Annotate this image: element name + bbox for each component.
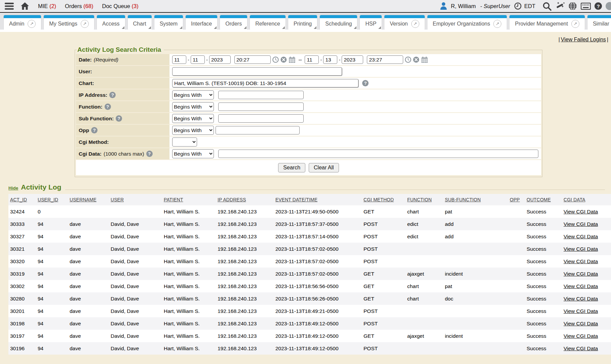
view-cgi-data-link[interactable]: View CGI Data xyxy=(564,308,598,314)
view-cgi-data-link[interactable]: View CGI Data xyxy=(564,209,598,214)
column-sort-link-act-id[interactable]: ACT_ID xyxy=(10,197,27,202)
tab-system[interactable]: System xyxy=(154,15,183,30)
date-to-year-input[interactable] xyxy=(342,55,363,64)
time-picker-icon[interactable] xyxy=(272,56,279,63)
globe-icon[interactable] xyxy=(568,2,577,10)
view-cgi-data-link[interactable]: View CGI Data xyxy=(564,321,598,326)
column-sort-link-patient[interactable]: PATIENT xyxy=(164,197,183,202)
column-sort-link-function[interactable]: FUNCTION xyxy=(407,197,432,202)
user-input[interactable] xyxy=(172,67,342,76)
tab-printing[interactable]: Printing xyxy=(288,15,317,30)
tab-orders[interactable]: Orders xyxy=(220,15,247,30)
tab-hsp[interactable]: HSP xyxy=(359,15,382,30)
table-cell-sub-function xyxy=(443,305,508,317)
cgi-method-select[interactable] xyxy=(172,137,197,147)
opp-help-icon[interactable]: ? xyxy=(91,127,98,133)
help-icon[interactable]: ? xyxy=(595,2,602,10)
column-sort-link-user[interactable]: USER xyxy=(111,197,124,202)
clear-date-icon[interactable] xyxy=(413,56,419,63)
search-button[interactable]: Search xyxy=(278,163,305,172)
cgi-data-help-icon[interactable]: ? xyxy=(146,151,153,157)
date-to-month-input[interactable] xyxy=(305,55,319,64)
sub-function-operator-select[interactable]: Begins With xyxy=(172,114,214,123)
date-from-month-input[interactable] xyxy=(172,55,186,64)
view-cgi-data-link[interactable]: View CGI Data xyxy=(564,246,598,252)
column-sort-link-opp[interactable]: OPP xyxy=(510,197,520,202)
chart-help-icon[interactable]: ? xyxy=(362,80,369,86)
column-sort-link-event-datetime[interactable]: EVENT DATE/TIME xyxy=(275,197,317,202)
view-cgi-data-link[interactable]: View CGI Data xyxy=(564,296,598,301)
column-sort-link-sub-function[interactable]: SUB-FUNCTION xyxy=(445,197,481,202)
calendar-icon[interactable] xyxy=(421,56,428,63)
cgi-data-input[interactable] xyxy=(218,150,538,158)
view-cgi-data-link[interactable]: View CGI Data xyxy=(564,221,598,227)
date-to-time-input[interactable] xyxy=(367,55,403,64)
chart-input[interactable] xyxy=(172,79,358,87)
clock-icon[interactable] xyxy=(514,2,522,10)
view-cgi-data-link[interactable]: View CGI Data xyxy=(564,258,598,264)
date-from-year-input[interactable] xyxy=(209,55,231,64)
clear-date-icon[interactable] xyxy=(280,56,287,63)
table-cell-function xyxy=(406,243,443,255)
ip-operator-select[interactable]: Begins With xyxy=(172,90,214,99)
ip-address-input[interactable] xyxy=(218,91,304,99)
hide-link[interactable]: Hide xyxy=(8,186,18,191)
tab-version[interactable]: Version↗ xyxy=(384,15,425,30)
tab-scheduling[interactable]: Scheduling xyxy=(319,15,357,30)
table-cell-user: David, Dave xyxy=(109,218,162,230)
view-cgi-data-link[interactable]: View CGI Data xyxy=(564,234,598,239)
sub-function-help-icon[interactable]: ? xyxy=(116,115,122,122)
ip-help-icon[interactable]: ? xyxy=(109,92,116,98)
column-sort-link-ip-address[interactable]: IP ADDRESS xyxy=(218,197,246,202)
table-cell-event-datetime: 2023-11-13T18:49:12-0500 xyxy=(274,330,362,342)
topbar-menu-item-doc-queue[interactable]: Doc Queue (3) xyxy=(102,3,138,9)
view-cgi-data-link[interactable]: View CGI Data xyxy=(564,333,598,339)
opp-operator-select[interactable]: Begins With xyxy=(172,126,214,135)
table-cell-patient: Hart, William S. xyxy=(162,292,216,305)
tab-provider-management[interactable]: Provider Management↗ xyxy=(509,15,585,30)
hamburger-menu-icon[interactable] xyxy=(5,3,14,10)
form-row-cgi-data: Cgi Data: (1000 chars max) ? Begins With xyxy=(76,148,541,159)
cgi-data-operator-select[interactable]: Begins With xyxy=(172,149,214,158)
tab-chart[interactable]: Chart xyxy=(127,15,152,30)
date-to-day-input[interactable] xyxy=(323,55,337,64)
tab-admin[interactable]: Admin↗ xyxy=(3,15,41,30)
time-picker-icon[interactable] xyxy=(405,56,411,63)
column-sort-link-user-id[interactable]: USER_ID xyxy=(38,197,58,202)
function-input[interactable] xyxy=(218,103,304,111)
search-icon[interactable] xyxy=(542,2,551,11)
home-icon[interactable] xyxy=(21,2,29,10)
tab-access[interactable]: Access xyxy=(97,15,125,30)
tab-my-settings[interactable]: My Settings↗ xyxy=(43,15,94,30)
table-cell-cgi-data: View CGI Data xyxy=(562,218,611,230)
view-cgi-data-link[interactable]: View CGI Data xyxy=(564,283,598,289)
hyphen: - xyxy=(206,57,208,63)
view-cgi-data-link[interactable]: View CGI Data xyxy=(564,271,598,277)
tab-similar-exposure[interactable]: Similar Exposure xyxy=(587,15,611,30)
user-name[interactable]: R, William xyxy=(451,3,476,9)
keyboard-icon[interactable] xyxy=(581,3,591,10)
column-sort-link-username[interactable]: USERNAME xyxy=(70,197,97,202)
calendar-icon[interactable] xyxy=(289,56,296,63)
tab-label: System xyxy=(160,21,178,27)
function-help-icon[interactable]: ? xyxy=(105,104,111,110)
view-failed-logins-link[interactable]: View Failed Logins xyxy=(561,37,606,42)
sub-function-input[interactable] xyxy=(218,114,304,123)
view-cgi-data-link[interactable]: View CGI Data xyxy=(564,346,598,351)
tab-employer-organizations[interactable]: Employer Organizations↗ xyxy=(427,15,507,30)
topbar-menu-item-mie[interactable]: MIE (2) xyxy=(38,3,56,9)
table-cell-cgi-method: GET xyxy=(362,292,406,305)
tab-interface[interactable]: Interface xyxy=(185,15,218,30)
column-sort-link-outcome[interactable]: OUTCOME xyxy=(527,197,551,202)
tab-reference[interactable]: Reference xyxy=(250,15,286,30)
column-sort-link-cgi-method[interactable]: CGI METHOD xyxy=(364,197,394,202)
wand-icon[interactable] xyxy=(555,2,565,11)
column-sort-link-cgi-data[interactable]: CGI DATA xyxy=(564,197,585,202)
avatar-placeholder-icon[interactable] xyxy=(606,2,611,10)
topbar-menu-item-orders[interactable]: Orders (68) xyxy=(65,3,93,9)
date-from-day-input[interactable] xyxy=(191,55,205,64)
opp-input[interactable] xyxy=(216,126,300,134)
function-operator-select[interactable]: Begins With xyxy=(172,102,214,111)
clear-all-button[interactable]: Clear All xyxy=(309,163,339,172)
date-from-time-input[interactable] xyxy=(234,55,271,64)
